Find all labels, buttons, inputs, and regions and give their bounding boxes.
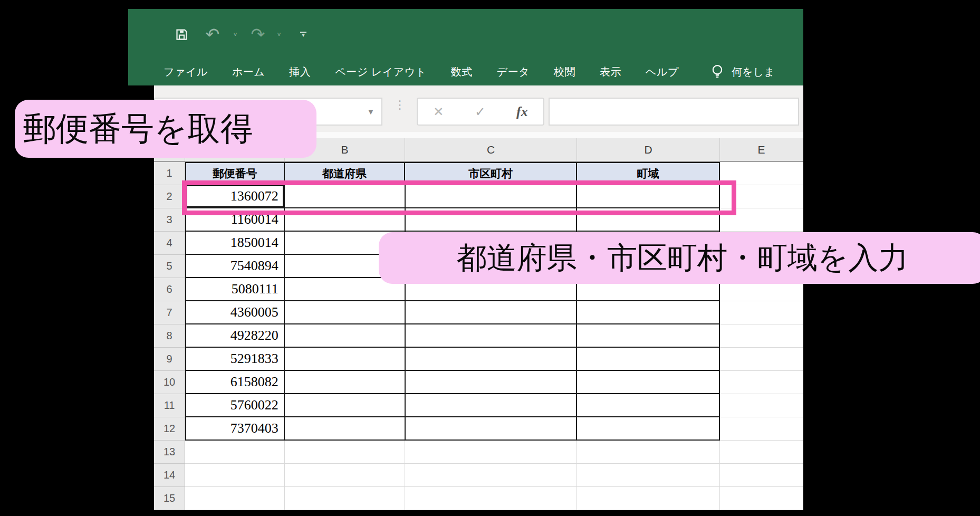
- cell-B15[interactable]: [285, 487, 406, 510]
- cell-D13[interactable]: [577, 441, 720, 464]
- cell-C8[interactable]: [406, 324, 577, 348]
- cell-D1[interactable]: 町域: [577, 162, 720, 185]
- ribbon-tab-7[interactable]: 校閲: [554, 65, 575, 79]
- cell-E15[interactable]: [720, 487, 803, 510]
- cell-E11[interactable]: [720, 394, 803, 417]
- cell-B11[interactable]: [285, 394, 406, 417]
- cell-A6[interactable]: 5080111: [185, 278, 285, 301]
- row-header-12[interactable]: 12: [154, 417, 185, 441]
- undo-button[interactable]: ↶: [203, 24, 222, 45]
- row-header-11[interactable]: 11: [154, 394, 185, 417]
- column-header-D[interactable]: D: [577, 138, 720, 161]
- cell-A10[interactable]: 6158082: [185, 371, 285, 394]
- cell-E8[interactable]: [720, 324, 803, 348]
- cell-E13[interactable]: [720, 441, 803, 464]
- cell-D12[interactable]: [577, 417, 720, 441]
- cell-A9[interactable]: 5291833: [185, 348, 285, 371]
- enter-icon[interactable]: ✓: [475, 104, 485, 119]
- customize-qat-button[interactable]: ▾: [298, 24, 309, 45]
- ribbon-tab-1[interactable]: ファイル: [164, 65, 208, 79]
- cell-A8[interactable]: 4928220: [185, 324, 285, 348]
- cell-E3[interactable]: [720, 208, 803, 232]
- cell-B2[interactable]: [285, 185, 406, 208]
- cell-A13[interactable]: [185, 441, 284, 464]
- cancel-icon[interactable]: ✕: [433, 104, 444, 119]
- cell-C11[interactable]: [406, 394, 577, 417]
- cell-B8[interactable]: [285, 324, 406, 348]
- cell-D10[interactable]: [577, 371, 720, 394]
- cell-D2[interactable]: [577, 185, 720, 208]
- cell-C14[interactable]: [405, 464, 577, 487]
- cell-A2[interactable]: 1360072: [185, 185, 285, 208]
- row-header-15[interactable]: 15: [154, 487, 185, 510]
- row-header-5[interactable]: 5: [154, 255, 185, 278]
- cell-C13[interactable]: [405, 441, 577, 464]
- cell-B10[interactable]: [285, 371, 406, 394]
- cell-E2[interactable]: [720, 185, 803, 208]
- cell-C15[interactable]: [405, 487, 577, 510]
- cell-A1[interactable]: 郵便番号: [185, 162, 284, 185]
- cell-D7[interactable]: [577, 301, 720, 324]
- save-button[interactable]: [172, 24, 190, 45]
- row-header-1[interactable]: 1: [154, 162, 185, 185]
- ribbon-tab-9[interactable]: ヘルプ: [646, 65, 679, 79]
- redo-dropdown[interactable]: ˅: [275, 24, 283, 45]
- cell-B3[interactable]: [285, 208, 406, 232]
- cell-D15[interactable]: [577, 487, 720, 510]
- cell-D9[interactable]: [577, 348, 720, 371]
- cell-E9[interactable]: [720, 348, 803, 371]
- cell-B7[interactable]: [285, 301, 406, 324]
- row-header-9[interactable]: 9: [154, 348, 185, 371]
- cell-A5[interactable]: 7540894: [185, 255, 285, 278]
- cell-B9[interactable]: [285, 348, 406, 371]
- chevron-down-icon[interactable]: ▼: [360, 107, 381, 116]
- row-header-6[interactable]: 6: [154, 278, 185, 301]
- row-header-10[interactable]: 10: [154, 371, 185, 394]
- ribbon-tab-5[interactable]: 数式: [451, 65, 473, 79]
- cell-E12[interactable]: [720, 417, 803, 441]
- row-header-13[interactable]: 13: [154, 441, 185, 464]
- cell-D14[interactable]: [577, 464, 720, 487]
- ribbon-tab-8[interactable]: 表示: [600, 65, 621, 79]
- cell-C9[interactable]: [406, 348, 577, 371]
- cell-C10[interactable]: [406, 371, 577, 394]
- cell-C2[interactable]: [406, 185, 577, 208]
- cell-E10[interactable]: [720, 371, 803, 394]
- cell-A4[interactable]: 1850014: [185, 232, 285, 255]
- row-header-7[interactable]: 7: [154, 301, 185, 324]
- column-header-E[interactable]: E: [720, 138, 803, 161]
- cell-A3[interactable]: 1160014: [185, 208, 285, 232]
- cell-E7[interactable]: [720, 301, 803, 324]
- cell-B1[interactable]: 都道府県: [285, 162, 406, 185]
- row-header-8[interactable]: 8: [154, 324, 185, 348]
- ribbon-tab-6[interactable]: データ: [497, 65, 530, 79]
- insert-function-icon[interactable]: fx: [516, 104, 528, 120]
- cell-B13[interactable]: [285, 441, 406, 464]
- row-header-2[interactable]: 2: [154, 185, 185, 208]
- cell-A7[interactable]: 4360005: [185, 301, 285, 324]
- cell-D11[interactable]: [577, 394, 720, 417]
- redo-button[interactable]: ↷: [248, 24, 267, 45]
- cell-C3[interactable]: [406, 208, 577, 232]
- cell-C12[interactable]: [406, 417, 577, 441]
- formula-input[interactable]: [549, 98, 799, 126]
- cell-D3[interactable]: [577, 208, 720, 232]
- cell-D8[interactable]: [577, 324, 720, 348]
- tell-me[interactable]: 何をしま: [710, 64, 774, 80]
- column-header-C[interactable]: C: [405, 138, 577, 161]
- row-header-4[interactable]: 4: [154, 232, 185, 255]
- ribbon-tab-4[interactable]: ページ レイアウト: [335, 65, 426, 79]
- cell-B14[interactable]: [285, 464, 406, 487]
- undo-dropdown[interactable]: ˅: [231, 24, 239, 45]
- ribbon-tab-2[interactable]: ホーム: [232, 65, 265, 79]
- cell-A15[interactable]: [185, 487, 284, 510]
- row-header-3[interactable]: 3: [154, 208, 185, 232]
- cell-A14[interactable]: [185, 464, 284, 487]
- ribbon-tab-3[interactable]: 挿入: [289, 65, 311, 79]
- cell-C1[interactable]: 市区町村: [405, 162, 577, 185]
- cell-C7[interactable]: [406, 301, 577, 324]
- row-header-14[interactable]: 14: [154, 464, 185, 487]
- cell-E14[interactable]: [720, 464, 803, 487]
- cell-A11[interactable]: 5760022: [185, 394, 285, 417]
- cell-B12[interactable]: [285, 417, 406, 441]
